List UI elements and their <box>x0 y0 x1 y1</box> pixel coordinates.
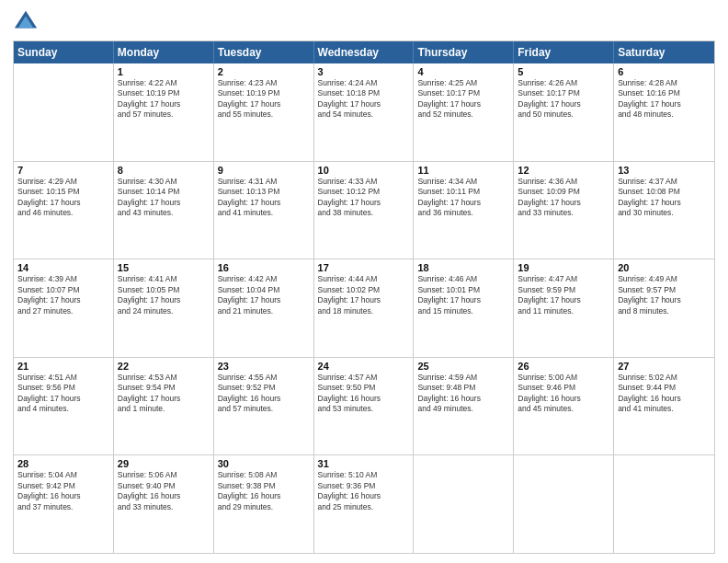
day-number: 26 <box>518 361 609 372</box>
day-number: 7 <box>17 165 109 176</box>
day-info: Sunrise: 5:08 AM Sunset: 9:38 PM Dayligh… <box>218 470 310 512</box>
header <box>13 9 715 35</box>
day-number: 5 <box>518 66 609 77</box>
day-info: Sunrise: 4:36 AM Sunset: 10:09 PM Daylig… <box>518 177 609 219</box>
calendar-cell <box>14 63 114 161</box>
day-info: Sunrise: 4:44 AM Sunset: 10:02 PM Daylig… <box>318 274 410 316</box>
day-number: 30 <box>218 458 310 469</box>
day-number: 16 <box>218 262 310 273</box>
calendar-cell: 26Sunrise: 5:00 AM Sunset: 9:46 PM Dayli… <box>514 358 614 455</box>
calendar-cell: 23Sunrise: 4:55 AM Sunset: 9:52 PM Dayli… <box>214 358 314 455</box>
day-info: Sunrise: 4:25 AM Sunset: 10:17 PM Daylig… <box>417 78 509 121</box>
calendar-cell: 15Sunrise: 4:41 AM Sunset: 10:05 PM Dayl… <box>114 259 214 357</box>
calendar-cell: 27Sunrise: 5:02 AM Sunset: 9:44 PM Dayli… <box>614 358 714 455</box>
calendar-cell: 31Sunrise: 5:10 AM Sunset: 9:36 PM Dayli… <box>314 455 415 553</box>
calendar-week-2: 7Sunrise: 4:29 AM Sunset: 10:15 PM Dayli… <box>14 161 714 259</box>
calendar-cell: 22Sunrise: 4:53 AM Sunset: 9:54 PM Dayli… <box>114 358 214 455</box>
day-info: Sunrise: 4:53 AM Sunset: 9:54 PM Dayligh… <box>118 373 210 415</box>
day-number: 22 <box>118 361 210 372</box>
day-info: Sunrise: 4:29 AM Sunset: 10:15 PM Daylig… <box>17 177 109 219</box>
calendar-cell <box>514 455 614 553</box>
calendar-cell: 5Sunrise: 4:26 AM Sunset: 10:17 PM Dayli… <box>514 63 614 161</box>
day-of-week-tuesday: Tuesday <box>214 41 314 63</box>
day-number: 24 <box>318 361 410 372</box>
day-info: Sunrise: 4:41 AM Sunset: 10:05 PM Daylig… <box>118 274 210 316</box>
day-info: Sunrise: 5:02 AM Sunset: 9:44 PM Dayligh… <box>618 373 711 415</box>
calendar-cell: 9Sunrise: 4:31 AM Sunset: 10:13 PM Dayli… <box>214 162 314 259</box>
calendar-cell: 6Sunrise: 4:28 AM Sunset: 10:16 PM Dayli… <box>614 63 714 161</box>
calendar-cell: 7Sunrise: 4:29 AM Sunset: 10:15 PM Dayli… <box>14 162 114 259</box>
day-number: 8 <box>118 165 210 176</box>
day-number: 23 <box>218 361 310 372</box>
day-info: Sunrise: 4:33 AM Sunset: 10:12 PM Daylig… <box>318 177 410 219</box>
day-number: 14 <box>17 262 109 273</box>
day-number: 19 <box>518 262 609 273</box>
logo-icon <box>13 9 39 35</box>
calendar-cell: 11Sunrise: 4:34 AM Sunset: 10:11 PM Dayl… <box>414 162 514 259</box>
day-info: Sunrise: 4:22 AM Sunset: 10:19 PM Daylig… <box>118 78 210 121</box>
calendar: SundayMondayTuesdayWednesdayThursdayFrid… <box>13 40 715 554</box>
calendar-cell: 13Sunrise: 4:37 AM Sunset: 10:08 PM Dayl… <box>614 162 714 259</box>
day-number: 3 <box>318 66 410 77</box>
calendar-body: 1Sunrise: 4:22 AM Sunset: 10:19 PM Dayli… <box>14 63 714 553</box>
day-number: 29 <box>118 458 210 469</box>
day-info: Sunrise: 5:00 AM Sunset: 9:46 PM Dayligh… <box>518 373 609 415</box>
calendar-week-4: 21Sunrise: 4:51 AM Sunset: 9:56 PM Dayli… <box>14 357 714 455</box>
day-info: Sunrise: 4:42 AM Sunset: 10:04 PM Daylig… <box>218 274 310 316</box>
calendar-week-1: 1Sunrise: 4:22 AM Sunset: 10:19 PM Dayli… <box>14 63 714 161</box>
calendar-cell: 1Sunrise: 4:22 AM Sunset: 10:19 PM Dayli… <box>114 63 214 161</box>
calendar-cell: 14Sunrise: 4:39 AM Sunset: 10:07 PM Dayl… <box>14 259 114 357</box>
calendar-week-5: 28Sunrise: 5:04 AM Sunset: 9:42 PM Dayli… <box>14 454 714 553</box>
calendar-cell: 16Sunrise: 4:42 AM Sunset: 10:04 PM Dayl… <box>214 259 314 357</box>
day-of-week-monday: Monday <box>114 41 214 63</box>
day-number: 18 <box>417 262 509 273</box>
page: SundayMondayTuesdayWednesdayThursdayFrid… <box>0 0 728 563</box>
day-info: Sunrise: 4:46 AM Sunset: 10:01 PM Daylig… <box>417 274 509 316</box>
calendar-cell: 21Sunrise: 4:51 AM Sunset: 9:56 PM Dayli… <box>14 358 114 455</box>
day-info: Sunrise: 4:30 AM Sunset: 10:14 PM Daylig… <box>118 177 210 219</box>
day-info: Sunrise: 5:10 AM Sunset: 9:36 PM Dayligh… <box>318 470 410 512</box>
day-info: Sunrise: 4:34 AM Sunset: 10:11 PM Daylig… <box>417 177 509 219</box>
day-info: Sunrise: 4:39 AM Sunset: 10:07 PM Daylig… <box>17 274 109 316</box>
calendar-cell: 19Sunrise: 4:47 AM Sunset: 9:59 PM Dayli… <box>514 259 614 357</box>
day-info: Sunrise: 4:23 AM Sunset: 10:19 PM Daylig… <box>218 78 310 121</box>
day-info: Sunrise: 5:06 AM Sunset: 9:40 PM Dayligh… <box>118 470 210 512</box>
calendar-cell: 30Sunrise: 5:08 AM Sunset: 9:38 PM Dayli… <box>214 455 314 553</box>
day-info: Sunrise: 4:55 AM Sunset: 9:52 PM Dayligh… <box>218 373 310 415</box>
day-number: 21 <box>17 361 109 372</box>
day-info: Sunrise: 4:59 AM Sunset: 9:48 PM Dayligh… <box>417 373 509 415</box>
calendar-cell: 2Sunrise: 4:23 AM Sunset: 10:19 PM Dayli… <box>214 63 314 161</box>
calendar-cell: 18Sunrise: 4:46 AM Sunset: 10:01 PM Dayl… <box>414 259 514 357</box>
day-info: Sunrise: 4:37 AM Sunset: 10:08 PM Daylig… <box>618 177 711 219</box>
day-number: 25 <box>417 361 509 372</box>
calendar-cell: 8Sunrise: 4:30 AM Sunset: 10:14 PM Dayli… <box>114 162 214 259</box>
calendar-cell: 17Sunrise: 4:44 AM Sunset: 10:02 PM Dayl… <box>314 259 415 357</box>
calendar-cell: 4Sunrise: 4:25 AM Sunset: 10:17 PM Dayli… <box>414 63 514 161</box>
calendar-cell: 10Sunrise: 4:33 AM Sunset: 10:12 PM Dayl… <box>314 162 415 259</box>
day-number: 11 <box>417 165 509 176</box>
calendar-cell: 12Sunrise: 4:36 AM Sunset: 10:09 PM Dayl… <box>514 162 614 259</box>
calendar-cell <box>614 455 714 553</box>
calendar-cell: 29Sunrise: 5:06 AM Sunset: 9:40 PM Dayli… <box>114 455 214 553</box>
calendar-cell <box>414 455 514 553</box>
day-number: 28 <box>17 458 109 469</box>
day-number: 4 <box>417 66 509 77</box>
day-number: 12 <box>518 165 609 176</box>
day-of-week-friday: Friday <box>514 41 614 63</box>
day-number: 9 <box>218 165 310 176</box>
day-number: 15 <box>118 262 210 273</box>
day-info: Sunrise: 4:49 AM Sunset: 9:57 PM Dayligh… <box>618 274 711 316</box>
day-of-week-thursday: Thursday <box>414 41 514 63</box>
day-number: 10 <box>318 165 410 176</box>
day-number: 17 <box>318 262 410 273</box>
calendar-week-3: 14Sunrise: 4:39 AM Sunset: 10:07 PM Dayl… <box>14 259 714 357</box>
calendar-cell: 3Sunrise: 4:24 AM Sunset: 10:18 PM Dayli… <box>314 63 415 161</box>
day-info: Sunrise: 4:51 AM Sunset: 9:56 PM Dayligh… <box>17 373 109 415</box>
calendar-cell: 25Sunrise: 4:59 AM Sunset: 9:48 PM Dayli… <box>414 358 514 455</box>
day-number: 13 <box>618 165 711 176</box>
day-number: 2 <box>218 66 310 77</box>
calendar-cell: 24Sunrise: 4:57 AM Sunset: 9:50 PM Dayli… <box>314 358 415 455</box>
day-number: 27 <box>618 361 711 372</box>
day-info: Sunrise: 4:57 AM Sunset: 9:50 PM Dayligh… <box>318 373 410 415</box>
day-info: Sunrise: 4:28 AM Sunset: 10:16 PM Daylig… <box>618 78 711 121</box>
